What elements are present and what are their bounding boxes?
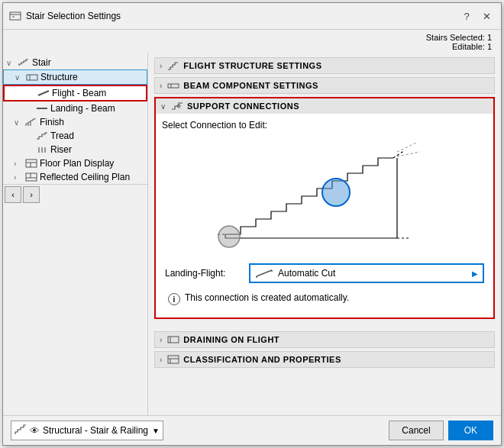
landing-beam-icon	[35, 103, 49, 114]
bottom-dropdown[interactable]: 👁 Structural - Stair & Railing ▼	[11, 421, 163, 440]
dialog-icon	[9, 10, 21, 22]
bottom-dropdown-arrow: ▼	[152, 427, 160, 435]
svg-point-25	[322, 179, 350, 206]
stair-icon	[17, 57, 31, 68]
classification-label: CLASSIFICATION AND PROPERTIES	[183, 355, 341, 364]
svg-line-23	[393, 150, 405, 158]
flight-structure-header[interactable]: › FLIGHT STRUCTURE SETTINGS	[154, 57, 495, 74]
draining-arrow: ›	[160, 336, 162, 344]
stairs-selected-label: Stairs Selected: 1	[12, 33, 492, 42]
svg-rect-32	[168, 337, 179, 343]
finish-icon	[24, 117, 38, 127]
title-bar: Stair Selection Settings ? ✕	[3, 3, 501, 30]
svg-line-5	[38, 91, 49, 95]
title-bar-left: Stair Selection Settings	[9, 10, 121, 22]
tree-item-finish[interactable]: ∨ Finish	[3, 115, 147, 129]
svg-rect-3	[27, 75, 37, 80]
info-row: i This connection is created automatical…	[162, 286, 487, 311]
floor-plan-label: Floor Plan Display	[40, 158, 114, 169]
beam-component-icon	[166, 80, 180, 91]
landing-flight-label: Landing-Flight:	[165, 268, 249, 279]
title-bar-buttons: ? ✕	[458, 8, 495, 24]
landing-beam-label: Landing - Beam	[50, 103, 115, 114]
left-panel: ∨ Stair ∨ Structure	[3, 53, 148, 415]
support-connections-label: SUPPORT CONNECTIONS	[187, 102, 299, 111]
cancel-button[interactable]: Cancel	[389, 421, 443, 440]
svg-rect-16	[168, 84, 179, 88]
beam-component-header[interactable]: › BEAM COMPONENT SETTINGS	[154, 77, 495, 94]
landing-flight-dropdown-value: Automatic Cut	[278, 268, 472, 279]
select-connection-label: Select Connection to Edit:	[162, 120, 487, 131]
tree-item-riser[interactable]: Riser	[3, 143, 147, 156]
svg-rect-0	[10, 12, 21, 20]
draining-header[interactable]: › DRAINING ON FLIGHT	[154, 331, 495, 348]
right-panel: › FLIGHT STRUCTURE SETTINGS › BEAM	[148, 53, 501, 415]
flight-structure-arrow: ›	[160, 62, 162, 70]
help-button[interactable]: ?	[458, 8, 475, 24]
tree-item-floor-plan[interactable]: › Floor Plan Display	[3, 156, 147, 170]
close-button[interactable]: ✕	[478, 8, 495, 24]
nav-prev-button[interactable]: ‹	[5, 186, 21, 203]
floor-plan-arrow: ›	[14, 160, 24, 168]
main-content: ∨ Stair ∨ Structure	[3, 53, 501, 415]
support-connections-header[interactable]: ∨ SUPPORT CONNECTIONS	[156, 98, 493, 114]
support-icon	[170, 101, 184, 111]
structure-icon	[25, 72, 39, 82]
classification-header[interactable]: › CLASSIFICATION AND PROPERTIES	[154, 351, 495, 368]
draining-label: DRAINING ON FLIGHT	[183, 335, 279, 344]
tree-item-flight-beam[interactable]: Flight - Beam	[3, 85, 147, 102]
stair-label: Stair	[32, 57, 51, 68]
svg-point-26	[218, 226, 240, 247]
tree-item-landing-beam[interactable]: Landing - Beam	[3, 102, 147, 115]
dialog-window: Stair Selection Settings ? ✕ Stairs Sele…	[2, 2, 502, 446]
tread-label: Tread	[50, 131, 74, 141]
tree-item-structure[interactable]: ∨ Structure	[3, 69, 147, 85]
structure-label: Structure	[40, 72, 78, 82]
nav-next-button[interactable]: ›	[23, 186, 40, 203]
flight-beam-label: Flight - Beam	[52, 88, 106, 98]
beam-component-label: BEAM COMPONENT SETTINGS	[183, 81, 318, 90]
stair-arrow: ∨	[6, 59, 17, 67]
bottom-stair-icon	[15, 424, 27, 437]
structure-arrow: ∨	[15, 73, 25, 82]
svg-rect-13	[26, 173, 37, 181]
bottom-eye-icon: 👁	[30, 425, 40, 437]
left-panel-nav: ‹ ›	[3, 184, 147, 205]
svg-line-28	[397, 152, 420, 156]
svg-rect-34	[168, 356, 179, 363]
landing-flight-dropdown-arrow: ▶	[472, 269, 478, 278]
flight-beam-icon	[37, 88, 50, 98]
tree-item-tread[interactable]: Tread	[3, 129, 147, 143]
rcp-label: Reflected Ceiling Plan	[40, 172, 130, 182]
finish-arrow: ∨	[14, 118, 24, 127]
tree-item-stair[interactable]: ∨ Stair	[3, 56, 147, 69]
svg-line-29	[257, 270, 272, 276]
flight-structure-icon	[166, 60, 180, 71]
support-connections-body: Select Connection to Edit:	[156, 114, 493, 317]
landing-flight-dropdown[interactable]: Automatic Cut ▶	[249, 263, 484, 283]
svg-rect-10	[26, 160, 37, 167]
bottom-bar: 👁 Structural - Stair & Railing ▼ Cancel …	[3, 415, 501, 445]
info-icon: i	[168, 293, 180, 305]
draining-icon	[166, 334, 180, 345]
support-connections-section: ∨ SUPPORT CONNECTIONS Select Connection …	[154, 97, 495, 319]
rcp-icon	[24, 172, 38, 182]
bottom-dropdown-label: Structural - Stair & Railing	[43, 425, 149, 436]
support-arrow: ∨	[160, 102, 166, 111]
finish-label: Finish	[40, 117, 64, 127]
classification-icon	[166, 354, 180, 365]
top-info: Stairs Selected: 1 Editable: 1	[3, 30, 501, 53]
tread-icon	[35, 131, 49, 141]
riser-label: Riser	[50, 144, 72, 155]
ok-button[interactable]: OK	[448, 421, 493, 440]
flight-structure-label: FLIGHT STRUCTURE SETTINGS	[183, 61, 321, 70]
landing-flight-row: Landing-Flight: Automatic Cut ▶	[162, 263, 487, 283]
svg-line-27	[397, 143, 416, 152]
tree-item-rcp[interactable]: › Reflected Ceiling Plan	[3, 170, 147, 184]
beam-component-arrow: ›	[160, 82, 162, 90]
rcp-arrow: ›	[14, 173, 24, 182]
editable-label: Editable: 1	[12, 42, 492, 51]
info-text: This connection is created automatically…	[185, 292, 349, 303]
classification-arrow: ›	[160, 356, 162, 364]
dialog-title: Stair Selection Settings	[26, 11, 121, 21]
